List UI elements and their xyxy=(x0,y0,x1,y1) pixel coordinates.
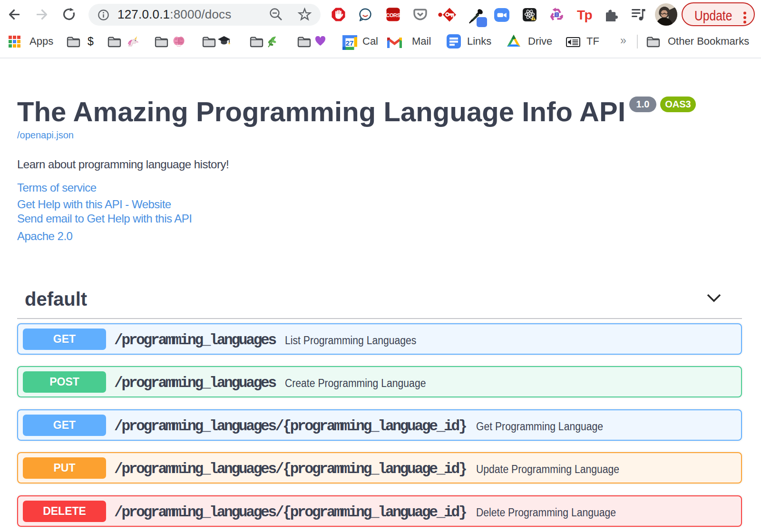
svg-text:CORS: CORS xyxy=(386,12,400,18)
svg-text:27: 27 xyxy=(346,39,354,47)
